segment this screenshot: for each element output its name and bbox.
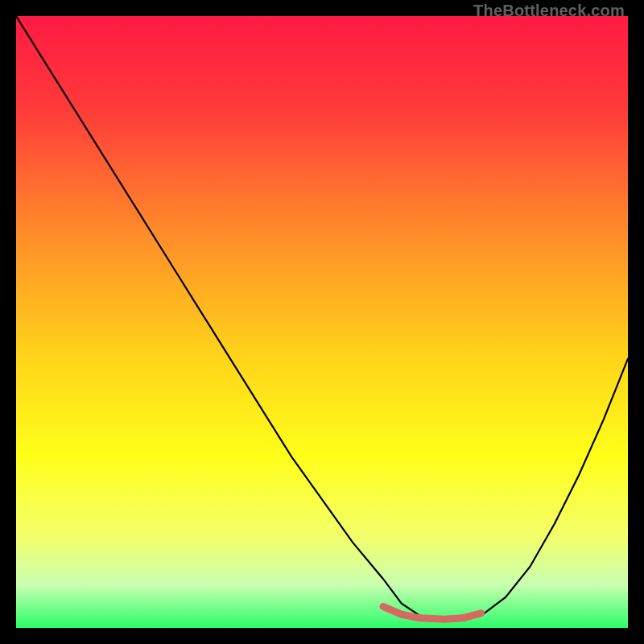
chart-background	[16, 16, 628, 628]
watermark-label: TheBottleneck.com	[473, 2, 625, 20]
chart-frame	[16, 16, 628, 628]
chart-svg	[16, 16, 628, 628]
